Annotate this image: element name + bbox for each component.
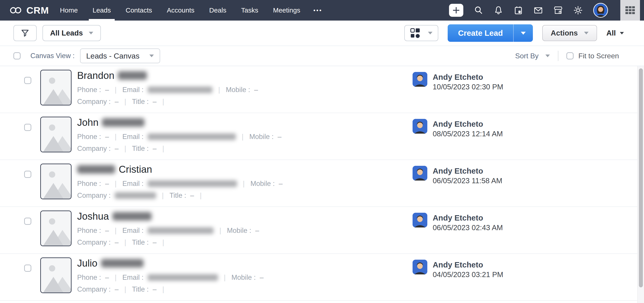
view-type-dropdown[interactable]: [404, 25, 438, 41]
lead-row[interactable]: Cristian Phone :–| Email :| Mobile :– Co…: [0, 160, 637, 207]
lead-name[interactable]: Cristian: [77, 163, 283, 176]
notifications-bell-icon[interactable]: [494, 5, 503, 15]
field-separator: |: [216, 86, 222, 94]
lead-row[interactable]: Joshua Phone :–| Email :| Mobile :– Comp…: [0, 207, 637, 254]
lead-detail-line2: Company :–| Title :–|: [77, 97, 258, 106]
modified-time: 06/05/2023 11:58 AM: [433, 176, 502, 185]
select-all-checkbox[interactable]: [14, 52, 20, 59]
list-toolbar: All Leads Create Lead Actions All: [0, 20, 644, 46]
mobile-label: Mobile :: [227, 227, 251, 235]
lead-name[interactable]: Julio: [77, 257, 264, 270]
company-label: Company :: [77, 98, 111, 106]
marketplace-store-icon[interactable]: [554, 5, 563, 15]
lead-detail-line1: Phone :–| Email :| Mobile :–: [77, 86, 258, 94]
owner-name[interactable]: Andy Etcheto: [433, 260, 503, 270]
sort-by-dropdown[interactable]: Sort By: [515, 52, 539, 60]
lead-detail-line2: Company :–| Title :–|: [77, 144, 282, 153]
app-grid-icon[interactable]: [620, 0, 640, 20]
owner-name[interactable]: Andy Etcheto: [433, 166, 502, 176]
search-icon[interactable]: [474, 5, 483, 15]
field-separator: |: [241, 180, 246, 188]
row-checkbox[interactable]: [24, 171, 31, 178]
lead-name[interactable]: Joshua: [77, 210, 259, 223]
nav-item-home[interactable]: Home: [52, 0, 85, 20]
vertical-scrollbar-thumb[interactable]: [639, 68, 643, 287]
lead-row[interactable]: Julio Phone :–| Email :| Mobile :– Compa…: [0, 254, 637, 301]
lead-image-placeholder: [40, 164, 72, 199]
mail-icon[interactable]: [534, 5, 543, 15]
canvas-view-bar: Canvas View : Leads - Canvas Sort By Fit…: [0, 46, 644, 66]
owner-name[interactable]: Andy Etcheto: [433, 213, 503, 223]
redacted-last-name: [112, 212, 152, 221]
lead-row[interactable]: Brandon Phone :–| Email :| Mobile :– Com…: [0, 66, 637, 113]
list-view-selector[interactable]: All Leads: [42, 25, 101, 41]
redacted-last-name: [118, 71, 147, 80]
field-separator: |: [160, 192, 166, 200]
nav-item-meetings[interactable]: Meetings: [266, 0, 308, 20]
nav-item-accounts[interactable]: Accounts: [160, 0, 202, 20]
lead-image-placeholder: [40, 211, 72, 246]
title-value: –: [190, 192, 194, 200]
nav-item-leads[interactable]: Leads: [85, 0, 118, 20]
chevron-down-icon: [584, 32, 588, 34]
redacted-email: [148, 133, 236, 140]
owner-name[interactable]: Andy Etcheto: [433, 119, 503, 129]
mobile-label: Mobile :: [250, 180, 275, 188]
lead-detail-line2: Company :–| Title :–|: [77, 238, 259, 247]
lead-detail-line1: Phone :–| Email :| Mobile :–: [77, 132, 282, 141]
company-label: Company :: [77, 238, 111, 247]
actions-button-label: Actions: [551, 29, 578, 37]
owner-name[interactable]: Andy Etcheto: [433, 72, 503, 82]
actions-button[interactable]: Actions: [542, 25, 597, 41]
lead-row[interactable]: John Phone :–| Email :| Mobile :– Compan…: [0, 113, 637, 160]
lead-owner: Andy Etcheto 08/05/2023 12:14 AM: [412, 119, 503, 139]
company-value: –: [115, 285, 118, 294]
filter-button[interactable]: [14, 25, 37, 41]
row-checkbox[interactable]: [24, 218, 31, 225]
field-separator: |: [113, 133, 118, 141]
lead-name[interactable]: Brandon: [77, 69, 258, 82]
create-lead-dropdown-arrow[interactable]: [514, 24, 533, 42]
title-label: Title :: [132, 145, 149, 153]
settings-gear-icon[interactable]: [573, 5, 583, 15]
nav-item-contacts[interactable]: Contacts: [118, 0, 160, 20]
redacted-company: [115, 192, 156, 199]
phone-label: Phone :: [77, 86, 101, 94]
field-separator: |: [198, 192, 204, 200]
field-separator: |: [113, 227, 118, 235]
brand-name: CRM: [26, 5, 49, 16]
field-separator: |: [160, 98, 166, 106]
mobile-value: –: [278, 133, 282, 141]
chevron-down-icon[interactable]: [546, 54, 550, 57]
nav-item-tasks[interactable]: Tasks: [234, 0, 266, 20]
top-nav: CRM Home Leads Contacts Accounts Deals T…: [0, 0, 644, 20]
lead-first-name: Joshua: [77, 211, 109, 222]
field-separator: |: [218, 227, 223, 235]
quick-create-button[interactable]: [449, 4, 463, 17]
user-avatar[interactable]: [593, 3, 608, 18]
row-checkbox[interactable]: [24, 77, 31, 84]
redacted-email: [148, 274, 218, 281]
record-scope-dropdown[interactable]: All: [606, 29, 624, 37]
calendar-icon[interactable]: [514, 5, 523, 15]
mobile-value: –: [254, 86, 258, 94]
mobile-value: –: [255, 227, 259, 235]
row-checkbox[interactable]: [24, 124, 31, 131]
company-value: –: [115, 98, 118, 106]
canvas-template-dropdown[interactable]: Leads - Canvas: [80, 48, 160, 63]
owner-avatar: [412, 260, 427, 274]
lead-first-name: Julio: [77, 258, 98, 269]
field-separator: |: [160, 285, 166, 294]
lead-name[interactable]: John: [77, 116, 282, 129]
fit-to-screen-checkbox[interactable]: [566, 52, 574, 59]
nav-more-ellipsis-icon[interactable]: •••: [308, 7, 328, 13]
vertical-scrollbar-track[interactable]: [637, 66, 644, 303]
create-lead-button[interactable]: Create Lead: [448, 24, 514, 42]
phone-value: –: [105, 86, 109, 94]
field-separator: |: [160, 145, 166, 153]
toolbar-right-cluster: Create Lead Actions All: [404, 24, 624, 42]
fit-to-screen-label: Fit to Screen: [578, 52, 619, 60]
nav-item-deals[interactable]: Deals: [202, 0, 234, 20]
row-checkbox[interactable]: [24, 265, 31, 272]
email-label: Email :: [122, 133, 144, 141]
